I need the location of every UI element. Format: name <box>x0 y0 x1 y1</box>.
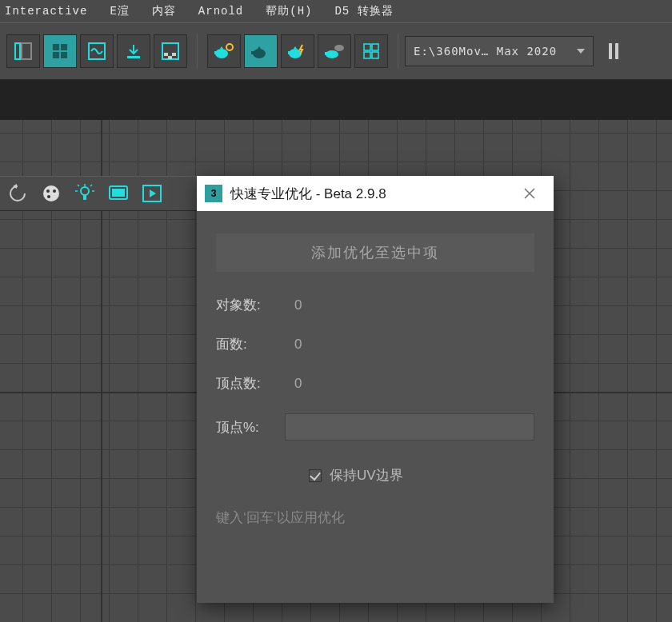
download-icon[interactable] <box>117 34 150 68</box>
chevron-down-icon <box>577 49 585 54</box>
keep-uv-checkbox[interactable] <box>309 469 322 482</box>
bars-icon[interactable] <box>597 34 630 68</box>
vertex-count-label: 顶点数: <box>216 374 285 393</box>
svg-rect-10 <box>168 56 172 59</box>
palette-icon[interactable] <box>35 177 67 209</box>
window-left-icon[interactable] <box>6 34 40 68</box>
svg-rect-11 <box>172 53 176 56</box>
svg-point-36 <box>81 187 89 195</box>
menu-bar: Interactive E渲 内容 Arnold 帮助(H) D5 转换器 <box>0 0 672 22</box>
svg-rect-29 <box>609 43 612 59</box>
object-count-value: 0 <box>294 297 302 313</box>
close-icon[interactable] <box>514 176 546 211</box>
vertex-percent-label: 顶点%: <box>216 418 285 437</box>
svg-rect-9 <box>164 53 168 56</box>
menu-arnold[interactable]: Arnold <box>198 5 243 18</box>
svg-point-34 <box>53 189 56 193</box>
vertex-percent-input[interactable] <box>285 413 534 441</box>
svg-rect-27 <box>364 52 370 58</box>
add-optimize-label: 添加优化至选中项 <box>311 243 439 262</box>
svg-marker-21 <box>294 46 297 49</box>
layout-grid-icon[interactable] <box>43 34 77 68</box>
svg-point-24 <box>334 45 344 51</box>
menu-e-render[interactable]: E渲 <box>110 4 129 18</box>
svg-rect-30 <box>615 43 618 59</box>
dialog-body: 添加优化至选中项 对象数: 0 面数: 0 顶点数: 0 顶点%: 保持UV边界… <box>197 211 554 603</box>
svg-rect-1 <box>22 43 31 59</box>
svg-point-33 <box>46 189 50 193</box>
render-teapot-flash-icon[interactable] <box>281 34 314 68</box>
svg-rect-4 <box>53 52 59 58</box>
svg-rect-23 <box>325 52 327 55</box>
project-path-text: E:\360Mov… Max 2020 <box>414 45 557 58</box>
render-teapot-cloud-icon[interactable] <box>318 34 351 68</box>
light-icon[interactable] <box>69 177 101 209</box>
svg-point-15 <box>226 44 233 50</box>
svg-rect-0 <box>15 43 20 59</box>
svg-rect-13 <box>214 51 217 54</box>
svg-point-35 <box>47 195 50 198</box>
main-toolbar: E:\360Mov… Max 2020 <box>0 22 672 80</box>
svg-point-16 <box>253 49 266 58</box>
svg-rect-28 <box>372 52 378 58</box>
svg-rect-37 <box>83 195 86 200</box>
grid-4-icon[interactable] <box>354 34 388 68</box>
svg-rect-25 <box>364 44 370 50</box>
wave-icon[interactable] <box>80 34 114 68</box>
svg-rect-7 <box>127 56 140 58</box>
svg-marker-41 <box>150 189 156 197</box>
play-icon[interactable] <box>136 177 168 209</box>
render-teapot-gear-icon[interactable] <box>207 34 241 68</box>
object-count-label: 对象数: <box>216 296 285 314</box>
optimize-dialog: 快速专业优化 - Beta 2.9.8 添加优化至选中项 对象数: 0 面数: … <box>197 176 554 603</box>
svg-rect-39 <box>112 189 125 197</box>
svg-point-22 <box>326 50 338 58</box>
svg-rect-3 <box>61 44 67 50</box>
svg-rect-17 <box>251 51 254 54</box>
viewport-toolbar <box>0 176 197 211</box>
svg-rect-26 <box>372 44 378 50</box>
app-3dsmax-icon <box>205 185 222 202</box>
vertex-count-value: 0 <box>294 376 302 392</box>
svg-rect-2 <box>53 44 59 50</box>
face-count-value: 0 <box>294 337 302 353</box>
dialog-title: 快速专业优化 - Beta 2.9.8 <box>230 185 386 203</box>
dialog-titlebar[interactable]: 快速专业优化 - Beta 2.9.8 <box>197 176 554 211</box>
render-teapot-active-icon[interactable] <box>244 34 278 68</box>
menu-interactive[interactable]: Interactive <box>5 5 87 18</box>
prev-icon[interactable] <box>2 177 34 209</box>
face-count-label: 面数: <box>216 335 285 353</box>
project-path-dropdown[interactable]: E:\360Mov… Max 2020 <box>405 36 594 66</box>
checker-icon[interactable] <box>154 34 187 68</box>
svg-marker-18 <box>258 46 261 49</box>
svg-rect-5 <box>61 52 67 58</box>
menu-d5-converter[interactable]: D5 转换器 <box>334 4 393 18</box>
menu-help[interactable]: 帮助(H) <box>266 4 312 18</box>
keep-uv-label: 保持UV边界 <box>330 466 403 484</box>
svg-point-12 <box>215 49 228 58</box>
menu-content[interactable]: 内容 <box>152 4 176 18</box>
apply-hint: 键入‘回车’以应用优化 <box>216 508 534 527</box>
svg-marker-14 <box>220 46 223 49</box>
add-optimize-button[interactable]: 添加优化至选中项 <box>216 233 534 272</box>
svg-point-32 <box>43 185 59 201</box>
svg-rect-20 <box>288 51 290 54</box>
monitor-icon[interactable] <box>102 177 134 209</box>
